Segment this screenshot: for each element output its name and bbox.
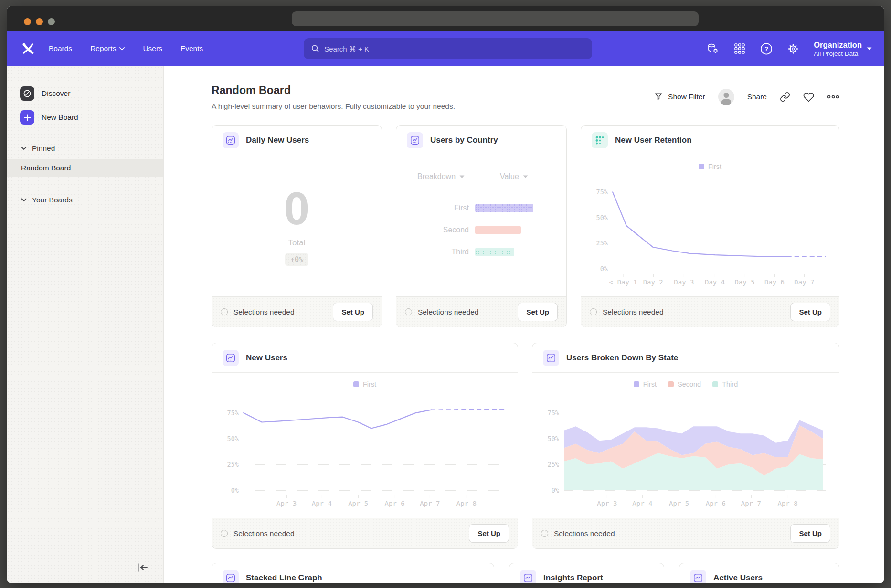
setup-button[interactable]: Set Up (790, 524, 830, 543)
sidebar-item-label: Discover (42, 89, 70, 98)
chart-legend: FirstSecondThird (532, 380, 839, 388)
status-text: Selections needed (233, 308, 327, 316)
filter-funnel-icon (654, 92, 663, 102)
favorite-heart-icon[interactable] (803, 92, 814, 103)
status-text: Selections needed (603, 308, 785, 316)
page-title: Random Board (212, 84, 455, 97)
organization-scope: All Project Data (814, 50, 862, 57)
share-label: Share (747, 93, 767, 101)
sidebar-section-pinned[interactable]: Pinned (7, 141, 163, 156)
minimize-window-button[interactable] (36, 18, 43, 25)
svg-text:?: ? (764, 46, 768, 52)
insights-chart-icon (520, 570, 536, 584)
new-users-chart: First 75%50%25%0%Apr 3Apr 4Apr 5Apr 6Apr… (212, 373, 518, 518)
sidebar-board-random-board[interactable]: Random Board (7, 159, 163, 177)
nav-menu: Boards Reports Users Events (49, 44, 203, 53)
avatar[interactable] (718, 89, 734, 105)
card-footer: Selections needed Set Up (212, 518, 518, 548)
breakdown-dropdown[interactable]: Breakdown (417, 172, 465, 181)
breakdown-controls: Breakdown Value (417, 172, 566, 181)
status-circle-icon (541, 530, 548, 537)
titlebar (7, 6, 884, 32)
setup-button[interactable]: Set Up (790, 303, 830, 321)
retention-dots-icon (592, 132, 608, 148)
search-input[interactable] (324, 45, 584, 53)
card-title: Daily New Users (246, 136, 309, 145)
sidebar: Discover New Board Pinned Random Board (7, 66, 164, 583)
nav-item-reports[interactable]: Reports (90, 44, 125, 53)
card-footer: Selections needed Set Up (581, 296, 839, 327)
card-title: Active Users (713, 573, 763, 583)
section-label: Your Boards (32, 196, 73, 204)
nav-item-events[interactable]: Events (180, 44, 203, 53)
setup-button[interactable]: Set Up (518, 303, 558, 321)
status-text: Selections needed (233, 529, 463, 538)
value-dropdown[interactable]: Value (500, 172, 528, 181)
board-main: Random Board A high-level summary of use… (164, 66, 884, 583)
chart-legend: First (581, 163, 839, 170)
status-circle-icon (590, 308, 597, 315)
share-button[interactable]: Share (747, 93, 767, 101)
card-active-users: Active Users (679, 563, 839, 583)
card-title: New User Retention (615, 136, 692, 145)
board-link-label: Random Board (21, 164, 71, 172)
card-row-3: Stacked Line Graph Insi (212, 563, 839, 583)
card-row-2: New Users First 75%50%25%0%Apr 3Apr 4Apr… (212, 343, 839, 549)
status-text: Selections needed (418, 308, 512, 316)
bar-label: First (396, 204, 475, 212)
traffic-lights (24, 18, 55, 25)
status-circle-icon (221, 530, 228, 537)
nav-item-label: Boards (49, 44, 72, 53)
board-header: Random Board A high-level summary of use… (212, 84, 839, 111)
search-bar[interactable] (304, 38, 592, 59)
chevron-down-icon (119, 47, 125, 51)
sidebar-section-your-boards[interactable]: Your Boards (7, 193, 163, 207)
bar-third (475, 248, 514, 256)
apps-grid-icon[interactable] (733, 42, 746, 55)
help-icon[interactable]: ? (760, 42, 773, 55)
close-window-button[interactable] (24, 18, 31, 25)
card-stacked-line-graph: Stacked Line Graph (212, 563, 494, 583)
state-stacked-area-chart: FirstSecondThird 75%50%25%0%Apr 3Apr 4Ap… (532, 373, 839, 518)
organization-switcher[interactable]: Organization All Project Data (814, 40, 872, 57)
legend-item: First (634, 380, 657, 388)
legend-item: First (699, 163, 721, 170)
show-filter-button[interactable]: Show Filter (654, 92, 705, 102)
copy-link-icon[interactable] (780, 92, 790, 102)
chevron-down-icon (523, 175, 528, 178)
chart-legend: First (212, 380, 518, 388)
settings-gear-icon[interactable] (787, 42, 799, 55)
status-circle-icon (405, 308, 412, 315)
sidebar-item-discover[interactable]: Discover (7, 86, 163, 101)
insights-chart-icon (223, 570, 239, 584)
insights-chart-icon (223, 350, 239, 366)
nav-item-users[interactable]: Users (143, 44, 162, 53)
chevron-down-icon (459, 175, 465, 178)
card-title: Stacked Line Graph (246, 573, 322, 583)
sidebar-footer (7, 551, 163, 583)
card-footer: Selections needed Set Up (396, 296, 566, 327)
more-options-icon[interactable] (827, 94, 839, 99)
bar-second (475, 226, 521, 234)
sidebar-item-new-board[interactable]: New Board (7, 110, 163, 125)
card-new-user-retention: New User Retention First 75%50%25%0%< Da… (581, 125, 839, 327)
board-actions: Show Filter Share (654, 89, 839, 105)
metric-delta-badge: ↑0% (285, 253, 308, 266)
setup-button[interactable]: Set Up (333, 303, 373, 321)
bar-row-first: First (396, 197, 566, 219)
data-management-icon[interactable] (707, 42, 719, 55)
insights-chart-icon (543, 350, 559, 366)
zoom-window-button[interactable] (48, 18, 55, 25)
navbar-right: ? Organization All Project Data (707, 32, 872, 66)
organization-name: Organization (814, 40, 862, 50)
desktop-background: Boards Reports Users Events (0, 0, 891, 588)
section-label: Pinned (32, 144, 55, 153)
mixpanel-logo-icon[interactable] (20, 41, 36, 57)
insights-chart-icon (690, 570, 706, 584)
setup-button[interactable]: Set Up (469, 524, 509, 543)
nav-item-boards[interactable]: Boards (49, 44, 72, 53)
chart-plot: 75%50%25%0%Apr 3Apr 4Apr 5Apr 6Apr 7Apr … (244, 399, 504, 490)
card-row-1: Daily New Users 0 Total ↑0% Selections n… (212, 125, 839, 327)
collapse-sidebar-icon[interactable] (137, 563, 148, 572)
browser-address-bar[interactable] (292, 11, 699, 26)
